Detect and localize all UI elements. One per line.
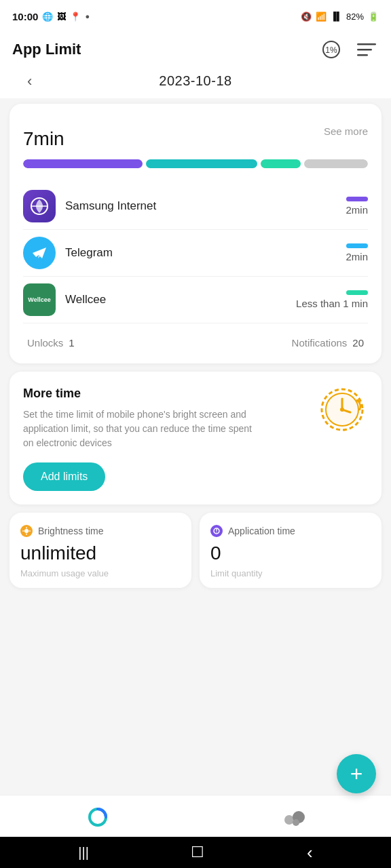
usage-header: 7min See more xyxy=(23,119,368,150)
bottom-nav xyxy=(0,795,391,837)
app-title: App Limit xyxy=(12,41,81,58)
svg-rect-3 xyxy=(357,49,372,51)
list-item: Samsung Internet 2min xyxy=(23,183,368,230)
more-time-title: More time xyxy=(23,387,368,401)
add-limits-button[interactable]: Add limits xyxy=(23,462,105,491)
bottom-cards-row: Brightness time unlimited Maximum usage … xyxy=(10,513,381,588)
list-item: Wellcee Wellcee Less than 1 min xyxy=(23,277,368,323)
bar-segment-2 xyxy=(146,159,257,168)
top-icons: 1% xyxy=(319,37,379,62)
application-card: Application time 0 Limit quantity xyxy=(200,513,381,588)
brightness-dot xyxy=(20,525,33,537)
telegram-icon xyxy=(23,237,56,269)
photo-icon: 🖼 xyxy=(57,12,66,22)
bar-segment-3 xyxy=(261,159,301,168)
usage-bar xyxy=(23,159,368,168)
wellcee-label: Wellcee xyxy=(65,293,286,307)
application-title: Application time xyxy=(228,526,295,536)
application-dot xyxy=(210,525,223,537)
date-display: 2023-10-18 xyxy=(159,73,231,89)
signal-icon: ▐▌ xyxy=(331,12,342,21)
battery-text: 82% xyxy=(346,12,364,22)
svg-point-20 xyxy=(216,532,217,532)
back-button[interactable]: ‹ xyxy=(307,842,313,863)
brightness-title: Brightness time xyxy=(38,526,103,536)
main-card: 7min See more Samsung Internet 2min xyxy=(10,104,381,363)
menu-button[interactable] xyxy=(354,37,379,62)
dot-icon: ● xyxy=(85,12,90,20)
home-button[interactable]: ☐ xyxy=(191,844,204,861)
more-time-desc: Set the time limit of mobile phone's bri… xyxy=(23,408,265,450)
battery-icon: 🔋 xyxy=(368,12,379,22)
brightness-value: unlimited xyxy=(20,542,181,564)
android-nav: ||| ☐ ‹ xyxy=(0,837,391,868)
filter-button[interactable]: 1% xyxy=(319,37,343,62)
svg-point-11 xyxy=(340,408,344,412)
unlocks-value: 1 xyxy=(69,337,74,349)
brightness-header: Brightness time xyxy=(20,525,181,537)
unlocks-label: Unlocks xyxy=(27,337,63,349)
brightness-sub: Maximum usage value xyxy=(20,568,181,578)
mute-icon: 🔇 xyxy=(301,12,312,22)
nav-dots-icon[interactable] xyxy=(276,804,310,831)
brightness-card: Brightness time unlimited Maximum usage … xyxy=(10,513,191,588)
nav-donut-icon[interactable] xyxy=(81,804,115,831)
time: 10:00 xyxy=(12,11,38,22)
samsung-internet-label: Samsung Internet xyxy=(65,199,336,213)
svg-rect-2 xyxy=(357,43,376,45)
bar-segment-4 xyxy=(304,159,368,168)
svg-point-13 xyxy=(24,529,29,533)
status-right: 🔇 📶 ▐▌ 82% 🔋 xyxy=(301,12,379,22)
svg-rect-4 xyxy=(357,54,368,56)
wifi-icon: 📶 xyxy=(316,12,327,22)
unlocks-stat: Unlocks 1 xyxy=(27,337,75,349)
date-back-button[interactable]: ‹ xyxy=(20,70,39,93)
clock-icon xyxy=(318,385,367,434)
usage-time: 7min xyxy=(23,119,64,150)
application-sub: Limit quantity xyxy=(210,568,371,578)
samsung-internet-icon xyxy=(23,190,56,222)
bar-segment-1 xyxy=(23,159,143,168)
notifications-stat: Notifications 20 xyxy=(292,337,364,349)
top-bar: App Limit 1% xyxy=(0,30,391,69)
notifications-label: Notifications xyxy=(292,337,348,349)
location-icon: 📍 xyxy=(70,12,81,22)
recents-button[interactable]: ||| xyxy=(78,845,89,861)
samsung-internet-usage: 2min xyxy=(346,197,368,216)
application-value: 0 xyxy=(210,542,371,564)
svg-point-22 xyxy=(284,815,294,825)
svg-text:1%: 1% xyxy=(325,45,337,55)
status-bar: 10:00 🌐 🖼 📍 ● 🔇 📶 ▐▌ 82% 🔋 xyxy=(0,0,391,30)
svg-point-24 xyxy=(293,819,299,826)
list-item: Telegram 2min xyxy=(23,230,368,277)
wellcee-usage: Less than 1 min xyxy=(296,290,368,310)
application-header: Application time xyxy=(210,525,371,537)
sim-icon: 🌐 xyxy=(42,12,53,22)
date-row: ‹ 2023-10-18 xyxy=(0,69,391,98)
stats-row: Unlocks 1 Notifications 20 xyxy=(23,326,368,351)
telegram-usage: 2min xyxy=(346,243,368,263)
status-time: 10:00 🌐 🖼 📍 ● xyxy=(12,11,90,22)
notifications-value: 20 xyxy=(352,337,364,349)
see-more-link[interactable]: See more xyxy=(324,125,368,137)
telegram-label: Telegram xyxy=(65,246,336,260)
wellcee-icon: Wellcee xyxy=(23,283,56,316)
fab-add-button[interactable]: + xyxy=(337,754,376,793)
more-time-card: More time Set the time limit of mobile p… xyxy=(10,372,381,505)
